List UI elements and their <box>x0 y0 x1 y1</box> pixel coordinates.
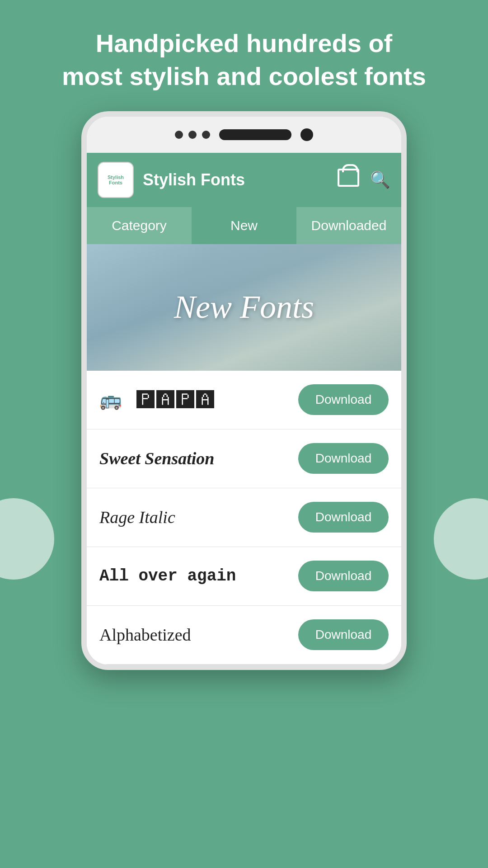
deco-circle-right <box>434 498 488 580</box>
app-title: Stylish Fonts <box>143 170 328 189</box>
promo-header: Handpicked hundreds of most stylish and … <box>0 0 488 111</box>
font-item-alphabetized: Alphabetized Download <box>87 606 401 665</box>
download-button-alphabetized[interactable]: Download <box>298 619 389 650</box>
store-icon[interactable] <box>338 169 359 191</box>
header-line2: most stylish and coolest fonts <box>62 62 426 90</box>
phone-camera <box>300 128 313 141</box>
banner-title: New Fonts <box>174 288 314 326</box>
header-line1: Handpicked hundreds of <box>96 29 393 57</box>
phone-dot-2 <box>188 131 197 139</box>
font-item-sweet-sensation: Sweet Sensation Download <box>87 429 401 488</box>
app-logo: StylishFonts <box>98 162 134 198</box>
font-name-all-over-again: All over again <box>99 567 298 585</box>
tab-bar: Category New Downloaded <box>87 207 401 244</box>
download-button-all-over-again[interactable]: Download <box>298 561 389 591</box>
deco-circle-left <box>0 498 54 580</box>
search-icon[interactable]: 🔍 <box>370 170 390 189</box>
phone-dot-3 <box>202 131 210 139</box>
app-header-icons: 🔍 <box>338 169 390 191</box>
tab-new[interactable]: New <box>192 207 296 244</box>
phone-dots <box>175 131 210 139</box>
app-header: StylishFonts Stylish Fonts 🔍 <box>87 153 401 207</box>
phone-mockup: StylishFonts Stylish Fonts 🔍 Category Ne… <box>0 111 488 670</box>
font-name-sweet-sensation: Sweet Sensation <box>99 448 298 468</box>
font-name-alphabetized: Alphabetized <box>99 625 298 645</box>
phone-dot-1 <box>175 131 183 139</box>
font-name-rage-italic: Rage Italic <box>99 507 298 527</box>
tab-category[interactable]: Category <box>87 207 192 244</box>
phone-top-bar <box>87 117 401 153</box>
phone-speaker <box>219 129 291 140</box>
font-list: 🚌 🅿🅰🅿🅰 Download Sweet Sensation Download… <box>87 371 401 665</box>
font-item-papa: 🚌 🅿🅰🅿🅰 Download <box>87 371 401 429</box>
font-item-rage-italic: Rage Italic Download <box>87 488 401 547</box>
app-screen: StylishFonts Stylish Fonts 🔍 Category Ne… <box>87 153 401 665</box>
download-button-papa[interactable]: Download <box>298 384 389 415</box>
download-button-sweet-sensation[interactable]: Download <box>298 443 389 474</box>
font-name-papa: 🚌 🅿🅰🅿🅰 <box>99 389 298 410</box>
new-fonts-banner: New Fonts <box>87 244 401 371</box>
tab-downloaded[interactable]: Downloaded <box>296 207 401 244</box>
phone-frame: StylishFonts Stylish Fonts 🔍 Category Ne… <box>81 111 407 670</box>
font-item-all-over-again: All over again Download <box>87 547 401 606</box>
download-button-rage-italic[interactable]: Download <box>298 502 389 533</box>
